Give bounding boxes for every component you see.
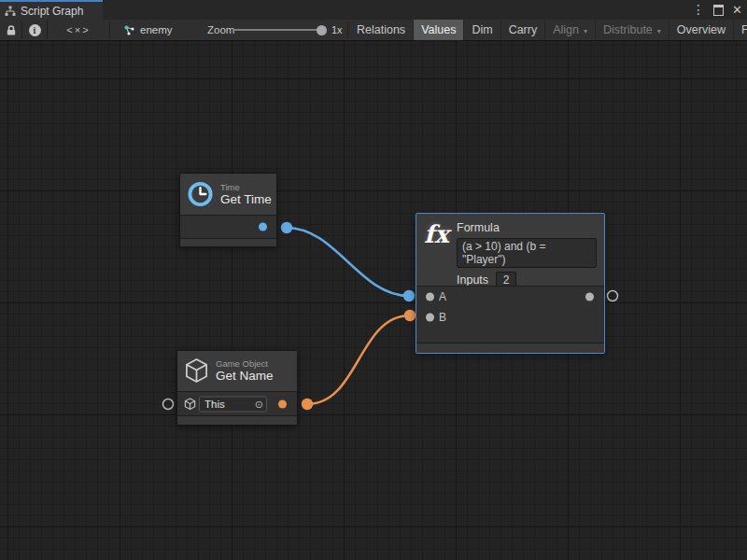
breadcrumb-label: enemy [140,24,173,35]
values-toggle[interactable]: Values [414,20,464,40]
align-dropdown[interactable]: Align ▾ [545,20,596,40]
toolbar-separator [347,21,348,38]
connections-icon: <×> [66,24,90,35]
node-get-time-ports [180,215,276,239]
formula-port-row-b: B [416,307,604,328]
node-formula[interactable]: fx Formula (a > 10) and (b = "Player") I… [416,213,605,354]
toolbar-toggle-group: Relations Values Dim Carry Align ▾ Distr… [349,20,747,40]
toolbar-separator [109,21,110,38]
edge-get-time-to-formula-a[interactable] [287,228,409,296]
clock-icon [187,180,214,208]
info-button[interactable]: i [23,20,46,40]
graph-toolbar: i <×> enemy Zoom 1x Relations Value [0,20,747,41]
port-label-a: A [439,290,446,303]
zoom-slider-handle[interactable] [317,25,327,35]
carry-toggle[interactable]: Carry [501,20,546,40]
cube-icon [184,357,209,385]
formula-port-row-a: A [416,287,604,307]
node-formula-header: fx Formula (a > 10) and (b = "Player") I… [416,214,604,286]
info-icon: i [29,24,41,36]
lock-icon [6,24,17,36]
zoom-value: 1x [331,20,343,40]
relations-toggle[interactable]: Relations [349,20,414,40]
chevron-down-icon: ▾ [657,25,661,35]
formula-input-port-b[interactable] [426,314,434,322]
edge-endpoint-dot [403,290,415,301]
zoom-label: Zoom [207,20,234,40]
formula-input-port-a[interactable] [426,293,434,301]
tab-title: Script Graph [21,5,83,18]
breadcrumb[interactable]: enemy [123,20,173,40]
target-value: This [204,399,255,410]
node-get-name-footer [177,416,297,425]
edge-endpoint-dot [281,222,292,233]
node-get-name-ports: This ⊙ [177,391,297,416]
node-formula-ports: A B [416,286,604,343]
graph-canvas[interactable]: Time Get Time fx Formula (a > 10) and (b… [0,41,747,560]
node-category: Time [220,182,270,192]
lock-button[interactable] [2,20,21,40]
cube-icon [184,398,196,411]
node-get-name-header: Game Object Get Name [177,351,297,391]
node-get-time[interactable]: Time Get Time [179,173,277,247]
node-get-time-header: Time Get Time [180,174,276,215]
fx-icon: fx [424,220,457,248]
edge-endpoint-dot [302,399,313,410]
node-title: Formula [457,221,597,234]
overview-button[interactable]: Overview [669,20,734,40]
tab-bar: Script Graph ⋮ ✕ [0,0,747,20]
formula-output-port[interactable] [585,293,594,301]
formula-expression-field[interactable]: (a > 10) and (b = "Player") [457,238,597,268]
script-graph-asset-icon [123,24,135,36]
edge-get-name-to-formula-b[interactable] [307,315,410,404]
object-picker-icon[interactable]: ⊙ [255,399,266,409]
maximize-icon[interactable] [713,5,724,16]
graph-tree-icon [5,6,16,17]
fullscreen-toggle[interactable]: Full Screen [734,20,747,40]
tab-script-graph[interactable]: Script Graph [0,0,103,20]
toolbar-separator [21,21,22,38]
window-controls: ⋮ ✕ [692,0,742,20]
port-label-b: B [439,311,446,324]
node-get-time-footer [180,239,276,246]
node-formula-footer [416,343,604,353]
node-get-name[interactable]: Game Object Get Name This ⊙ [176,350,298,426]
node-category: Game Object [216,358,274,369]
edge-endpoint-dot [404,310,416,321]
zoom-slider-track[interactable] [233,29,319,31]
toolbar-separator [47,21,48,38]
distribute-dropdown[interactable]: Distribute ▾ [596,20,669,40]
edges-layer [0,41,747,560]
get-name-output-port[interactable] [278,399,287,408]
inputs-label: Inputs [457,273,488,287]
window-menu-icon[interactable]: ⋮ [692,0,705,20]
get-name-target-field[interactable]: This ⊙ [199,396,267,412]
connections-button[interactable]: <×> [49,20,108,40]
dim-toggle[interactable]: Dim [464,20,500,40]
formula-output-port-ring[interactable] [608,291,618,301]
node-title: Get Name [216,369,274,384]
node-title: Get Time [220,192,270,207]
get-name-target-port-ring[interactable] [163,399,174,410]
get-time-output-port[interactable] [259,223,267,231]
chevron-down-icon: ▾ [584,25,587,35]
close-icon[interactable]: ✕ [732,0,742,20]
script-graph-window: Script Graph ⋮ ✕ i <×> [0,0,747,560]
